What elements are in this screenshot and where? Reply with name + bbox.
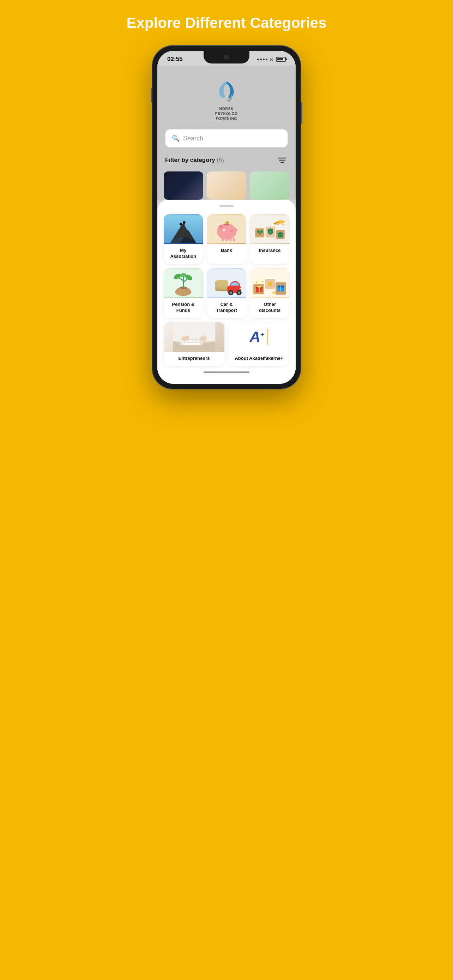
filter-label: Filter by category (8) <box>165 157 224 164</box>
svg-point-8 <box>183 221 185 224</box>
svg-rect-22 <box>229 239 231 241</box>
peek-card-2 <box>207 172 246 200</box>
svg-rect-21 <box>226 239 227 241</box>
peek-card-1 <box>164 172 203 200</box>
akademikerne-image: A+ <box>229 322 289 352</box>
svg-point-77 <box>272 291 275 294</box>
my-association-image <box>164 214 203 244</box>
category-entrepreneurs[interactable]: Entrepreneurs <box>164 322 224 366</box>
car-label: Car & Transport <box>207 298 246 318</box>
notch <box>203 51 250 64</box>
peek-card-3 <box>250 172 289 200</box>
svg-point-16 <box>223 230 224 231</box>
svg-point-27 <box>257 231 260 233</box>
svg-point-57 <box>215 284 228 288</box>
pension-image <box>164 268 203 298</box>
category-other[interactable]: ✦ Other discounts <box>250 268 289 318</box>
category-insurance[interactable]: + Insurance <box>250 214 289 264</box>
svg-rect-23 <box>233 238 235 241</box>
entrepreneurs-image <box>164 322 224 352</box>
svg-rect-34 <box>278 234 283 237</box>
entrepreneurs-label: Entrepreneurs <box>164 352 224 366</box>
category-grid-middle: Pension & Funds <box>164 268 289 318</box>
category-akademikerne[interactable]: A+ About Akademikerne+ <box>229 322 289 366</box>
bank-label: Bank <box>207 244 246 258</box>
search-icon: 🔍 <box>172 134 180 142</box>
signal-icon <box>257 59 267 60</box>
svg-point-62 <box>237 291 240 294</box>
search-bar[interactable]: 🔍 Search <box>165 129 288 148</box>
bank-image <box>207 214 246 244</box>
svg-point-60 <box>229 291 232 294</box>
logo-text: NORSKPSYKOLOGFORENING <box>215 107 238 121</box>
search-placeholder: Search <box>183 135 203 142</box>
peek-cards <box>164 172 289 200</box>
svg-point-19 <box>225 221 229 224</box>
svg-rect-18 <box>224 225 229 226</box>
pension-label: Pension & Funds <box>164 298 203 318</box>
svg-point-76 <box>256 282 258 284</box>
svg-point-28 <box>261 231 263 233</box>
category-grid-bottom: Entrepreneurs A+ About Akademikerne+ <box>164 322 289 366</box>
battery-icon <box>276 57 286 62</box>
home-indicator <box>203 371 250 373</box>
wifi-icon: ⊙ <box>270 56 274 62</box>
sheet-handle <box>219 205 234 207</box>
app-logo <box>212 80 241 104</box>
svg-text:+: + <box>270 231 271 234</box>
svg-point-17 <box>230 230 232 232</box>
filter-text: Filter by category <box>165 157 215 163</box>
svg-point-14 <box>218 225 223 228</box>
category-pension[interactable]: Pension & Funds <box>164 268 203 318</box>
bottom-sheet: My Association <box>157 200 296 383</box>
filter-count: (8) <box>217 157 224 163</box>
svg-text:✦: ✦ <box>262 280 265 284</box>
camera <box>224 55 229 60</box>
car-image <box>207 268 246 298</box>
svg-rect-20 <box>222 238 224 241</box>
insurance-label: Insurance <box>250 244 289 258</box>
category-my-association[interactable]: My Association <box>164 214 203 264</box>
my-association-label: My Association <box>164 244 203 264</box>
status-time: 02:55 <box>167 56 183 63</box>
app-header: NORSKPSYKOLOGFORENING 🔍 Search Filter by… <box>157 65 296 200</box>
svg-point-13 <box>232 228 237 232</box>
svg-point-6 <box>180 223 182 226</box>
svg-point-29 <box>259 233 261 235</box>
phone-screen: 02:55 ⊙ NORSKPSYKOLO <box>157 51 296 383</box>
logo-area: NORSKPSYKOLOGFORENING <box>164 73 289 129</box>
category-grid-top: My Association <box>164 214 289 264</box>
filter-icon[interactable] <box>277 154 288 166</box>
akademikerne-label: About Akademikerne+ <box>229 352 289 366</box>
insurance-image: + <box>250 214 289 244</box>
status-icons: ⊙ <box>257 56 286 62</box>
other-image: ✦ <box>250 268 289 298</box>
other-label: Other discounts <box>250 298 289 318</box>
svg-rect-63 <box>240 288 241 289</box>
category-car[interactable]: Car & Transport <box>207 268 246 318</box>
category-bank[interactable]: Bank <box>207 214 246 264</box>
filter-row: Filter by category (8) <box>164 154 289 172</box>
svg-rect-96 <box>176 326 212 343</box>
page-title: Explore Different Categories <box>126 14 326 32</box>
phone-frame: 02:55 ⊙ NORSKPSYKOLO <box>153 46 300 388</box>
